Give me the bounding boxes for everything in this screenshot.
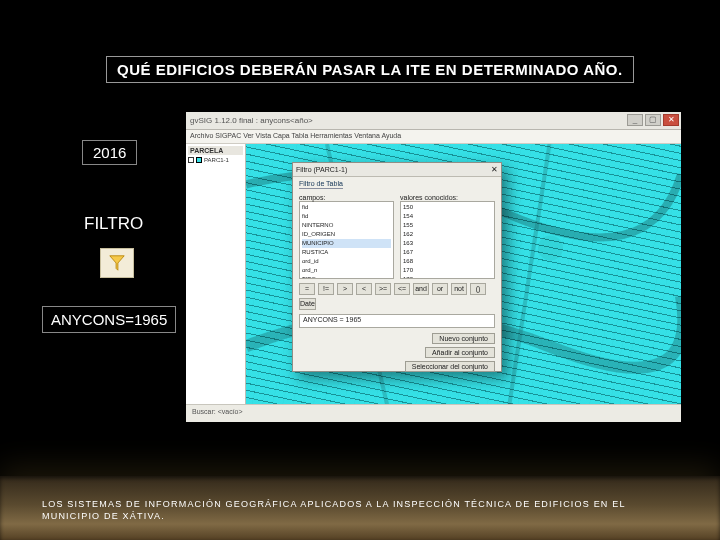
list-item[interactable]: fid — [302, 212, 391, 221]
layer-item[interactable]: PARC1-1 — [188, 157, 243, 163]
fields-header: campos: — [299, 194, 394, 201]
values-list[interactable]: 150 154 155 162 163 167 168 170 172 — [400, 201, 495, 279]
op-button[interactable]: = — [299, 283, 315, 295]
op-button[interactable]: or — [432, 283, 448, 295]
slide-footer: LOS SISTEMAS DE INFORMACIÓN GEOGRÁFICA A… — [42, 498, 678, 522]
dialog-close-icon[interactable]: ✕ — [491, 165, 498, 174]
list-item[interactable]: MUNICIPIO — [302, 239, 391, 248]
gis-screenshot: gvSIG 1.12.0 final : anycons<año> _ ▢ ✕ … — [186, 112, 681, 422]
expression-input[interactable]: ANYCONS = 1965 — [299, 314, 495, 328]
op-button[interactable]: Date — [299, 298, 316, 310]
op-button[interactable]: <= — [394, 283, 410, 295]
list-item[interactable]: 155 — [403, 221, 492, 230]
op-button[interactable]: >= — [375, 283, 391, 295]
list-item[interactable]: ord_id — [302, 257, 391, 266]
filter-heading: FILTRO — [84, 214, 143, 234]
list-item[interactable]: 167 — [403, 248, 492, 257]
op-button[interactable]: != — [318, 283, 334, 295]
gis-window-titlebar: gvSIG 1.12.0 final : anycons<año> _ ▢ ✕ — [186, 112, 681, 130]
values-header: valores conocidos: — [400, 194, 495, 201]
dialog-tab[interactable]: Filtro de Tabla — [299, 180, 343, 189]
gis-map-view[interactable]: Filtro (PARC1-1) ✕ Filtro de Tabla campo… — [246, 144, 681, 404]
op-button[interactable]: not — [451, 283, 467, 295]
list-item[interactable]: RUSTICA — [302, 248, 391, 257]
op-button[interactable]: () — [470, 283, 486, 295]
filter-funnel-icon — [100, 248, 134, 278]
layer-name: PARC1-1 — [204, 157, 229, 163]
maximize-button[interactable]: ▢ — [645, 114, 661, 126]
gis-layer-panel: PARCELA PARC1-1 — [186, 144, 246, 404]
list-item[interactable]: 172 — [403, 275, 492, 279]
list-item[interactable]: 154 — [403, 212, 492, 221]
list-item[interactable]: NINTERNO — [302, 221, 391, 230]
slide-title: QUÉ EDIFICIOS DEBERÁN PASAR LA ITE EN DE… — [106, 56, 634, 83]
list-item[interactable]: 168 — [403, 257, 492, 266]
list-item[interactable]: TIPO_r — [302, 275, 391, 279]
list-item[interactable]: 163 — [403, 239, 492, 248]
year-label: 2016 — [82, 140, 137, 165]
fields-list[interactable]: fid fid NINTERNO ID_ORIGEN MUNICIPIO RUS… — [299, 201, 394, 279]
list-item[interactable]: 150 — [403, 203, 492, 212]
gis-menubar[interactable]: Archivo SIGPAC Ver Vista Capa Tabla Herr… — [186, 130, 681, 144]
op-button[interactable]: and — [413, 283, 429, 295]
operator-buttons: = != > < >= <= and or not () Date — [293, 281, 501, 312]
list-item[interactable]: fid — [302, 203, 391, 212]
window-controls: _ ▢ ✕ — [627, 114, 679, 126]
minimize-button[interactable]: _ — [627, 114, 643, 126]
layer-panel-header: PARCELA — [188, 146, 243, 155]
checkbox-icon[interactable] — [188, 157, 194, 163]
add-set-button[interactable]: Añadir al conjunto — [425, 347, 495, 358]
list-item[interactable]: ord_n — [302, 266, 391, 275]
op-button[interactable]: < — [356, 283, 372, 295]
select-set-button[interactable]: Seleccionar del conjunto — [405, 361, 495, 372]
gis-window-title: gvSIG 1.12.0 final : anycons<año> — [190, 116, 313, 125]
filter-expression: ANYCONS=1965 — [42, 306, 176, 333]
list-item[interactable]: 162 — [403, 230, 492, 239]
gis-status-bar: Buscar: <vacío> — [186, 404, 681, 422]
new-set-button[interactable]: Nuevo conjunto — [432, 333, 495, 344]
filter-dialog: Filtro (PARC1-1) ✕ Filtro de Tabla campo… — [292, 162, 502, 372]
op-button[interactable]: > — [337, 283, 353, 295]
list-item[interactable]: ID_ORIGEN — [302, 230, 391, 239]
close-button[interactable]: ✕ — [663, 114, 679, 126]
dialog-title: Filtro (PARC1-1) — [296, 166, 347, 173]
list-item[interactable]: 170 — [403, 266, 492, 275]
layer-swatch-icon — [196, 157, 202, 163]
